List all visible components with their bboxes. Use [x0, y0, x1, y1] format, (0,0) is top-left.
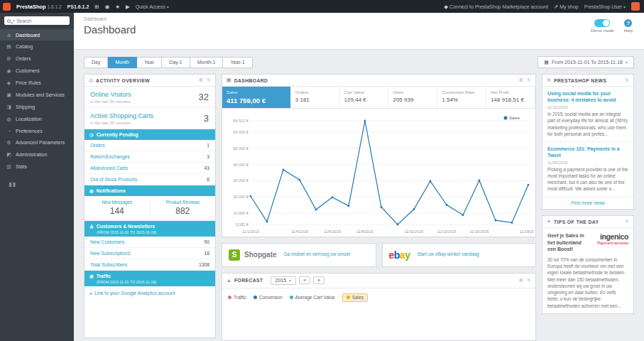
svg-text:11/11/2015: 11/11/2015 — [405, 229, 424, 234]
pending-label[interactable]: Orders — [90, 143, 105, 148]
marketplace-icon: ◆ — [444, 4, 448, 10]
kpi-tab-net-profit[interactable]: Net Profit148 918,51 € — [486, 87, 535, 108]
next-button[interactable]: » — [313, 276, 324, 284]
forecast-legend-sales[interactable]: Sales — [342, 293, 368, 302]
activity-live-label[interactable]: Online Visitors — [90, 91, 209, 98]
sidebar-item-administration[interactable]: ◩Administration — [0, 148, 74, 161]
quick-access-menu[interactable]: Quick Access ▾ — [136, 4, 169, 9]
sidebar-item-stats[interactable]: ▥Stats — [0, 161, 74, 173]
news-article-title[interactable]: Using social media for your business: 4 … — [547, 90, 628, 103]
kpi-tab-orders[interactable]: Orders3 181 — [291, 87, 340, 108]
kpi-tab-cart-value[interactable]: Cart Value129,44 € — [340, 87, 389, 108]
date-range-button[interactable]: ▦ From 2015-11-01 To 2015-11-18 ▾ — [537, 56, 634, 68]
news-article-date: 11/12/2015 — [547, 105, 628, 109]
kpi-value: 129,44 € — [344, 97, 384, 103]
kpi-tab-visits[interactable]: Visits205 939 — [388, 87, 437, 108]
rocket-icon[interactable]: ▶ — [126, 4, 130, 10]
globe-icon: ◍ — [6, 117, 12, 122]
previous-button[interactable]: « — [299, 276, 310, 284]
legend-dot — [228, 296, 231, 299]
star-icon[interactable]: ★ — [115, 4, 120, 10]
legend-dot — [253, 296, 257, 299]
find-more-news-link[interactable]: Find more news — [542, 197, 633, 209]
marketplace-connect-link[interactable]: ◆ Connect to PrestaShop Marketplace acco… — [444, 4, 548, 10]
sidebar-item-shipping[interactable]: ◨Shipping — [0, 101, 74, 113]
customers-label[interactable]: New Subscriptions — [90, 251, 130, 256]
person-icon[interactable]: ◉ — [105, 4, 110, 10]
range-button-month[interactable]: Month — [108, 57, 136, 68]
collapse-menu-button[interactable]: ▮▮ — [9, 181, 74, 188]
stats-icon: ▥ — [6, 164, 12, 170]
pending-value: 43 — [204, 166, 209, 170]
sidebar-item-dashboard[interactable]: ⌂Dashboard — [0, 29, 74, 40]
sidebar-item-label: Customers — [16, 68, 40, 73]
gear-icon[interactable]: ⚙ — [199, 77, 203, 83]
news-article-date: 11/05/2015 — [547, 161, 628, 165]
forecast-legend-traffic[interactable]: Traffic — [228, 295, 246, 300]
app-logo-text: PrestaShop — [16, 4, 46, 10]
kpi-tab-conversion-rate[interactable]: Conversion Rate1.54% — [437, 87, 486, 108]
activity-live-item: Online Visitors32in the last 30 minutes — [84, 87, 215, 108]
forecast-legend-conversion[interactable]: Conversion — [253, 295, 283, 300]
cart-icon[interactable]: ⊞ — [94, 4, 99, 10]
my-shop-link[interactable]: ⇗ My shop — [554, 4, 579, 10]
refresh-icon[interactable]: ↻ — [625, 77, 629, 83]
user-menu[interactable]: PrestaShop User ▾ — [584, 4, 626, 9]
gear-icon[interactable]: ⚙ — [519, 278, 523, 283]
sidebar-item-catalog[interactable]: ▤Catalog — [0, 40, 74, 53]
sidebar-search: ▾ — [4, 16, 70, 25]
kpi-value: 411 759,00 € — [227, 97, 286, 104]
range-button-year[interactable]: Year — [137, 57, 162, 68]
activity-live-label[interactable]: Active Shopping Carts — [90, 112, 209, 119]
user-name: PrestaShop User — [584, 4, 622, 9]
customers-label[interactable]: New Customers — [90, 239, 124, 244]
sidebar-item-modules-and-services[interactable]: ▣Modules and Services — [0, 89, 74, 101]
shopgate-name: Shopgate — [244, 251, 277, 259]
sidebar-item-price-rules[interactable]: ◈Price Rules — [0, 77, 74, 89]
customers-label[interactable]: Total Subscribers — [90, 262, 127, 267]
forecast-legend-average-cart-value[interactable]: Average Cart Value — [290, 295, 335, 300]
refresh-icon[interactable]: ↻ — [625, 219, 629, 224]
notification-cell-product-reviews[interactable]: Product Reviews882 — [151, 196, 216, 220]
sidebar-item-advanced-parameters[interactable]: ⚙Advanced Parameters — [0, 136, 74, 148]
pending-label[interactable]: Abandoned Carts — [90, 166, 128, 170]
help-icon[interactable]: ? — [624, 19, 632, 27]
shop-name-link[interactable]: PS1.6.1.2 — [67, 4, 89, 9]
pending-value: 3 — [207, 154, 209, 159]
pending-label[interactable]: Out of Stock Products — [90, 177, 137, 182]
avatar[interactable] — [631, 2, 640, 11]
refresh-icon[interactable]: ↻ — [207, 77, 211, 83]
svg-text:50 000 €: 50 000 € — [234, 146, 249, 150]
notification-cell-new-messages[interactable]: New Messages144 — [84, 196, 151, 220]
range-button-day-1[interactable]: Day-1 — [162, 57, 190, 68]
shopgate-cta-link[interactable]: Ga mobiel en verhoog uw omzet — [284, 251, 351, 257]
kpi-label: Sales — [227, 90, 286, 94]
app-logo: PrestaShop1.6.1.2 — [16, 4, 62, 10]
caret-down-icon[interactable]: ▾ — [13, 18, 15, 23]
kpi-tab-sales[interactable]: Sales411 759,00 € — [222, 87, 291, 108]
refresh-icon[interactable]: ↻ — [527, 77, 531, 83]
range-button-day[interactable]: Day — [84, 57, 108, 68]
kpi-value: 3 181 — [295, 97, 335, 103]
ebay-cta-link[interactable]: Start uw eBay-winkel vandaag — [417, 251, 479, 257]
pending-label[interactable]: Return/Exchanges — [90, 154, 130, 159]
sidebar-item-localization[interactable]: ◍Localization — [0, 113, 74, 125]
range-button-year-1[interactable]: Year-1 — [223, 57, 252, 68]
google-analytics-link[interactable]: ▸ Link to your Google Analytics account — [84, 286, 215, 300]
year-select[interactable]: 2015 ▾ — [271, 276, 297, 285]
notification-label: Product Reviews — [153, 200, 213, 205]
gear-icon[interactable]: ⚙ — [519, 77, 523, 83]
news-list: Using social media for your business: 4 … — [542, 87, 633, 197]
sidebar-item-label: Modules and Services — [16, 92, 65, 97]
customers-row: Total Subscribers1308 — [84, 259, 215, 271]
range-button-month-1[interactable]: Month-1 — [190, 57, 224, 68]
sidebar-item-customers[interactable]: ◉Customers — [0, 65, 74, 77]
prestashop-logo-icon — [3, 3, 11, 11]
sidebar-item-preferences[interactable]: ◔Preferences — [0, 125, 74, 136]
news-article-title[interactable]: Ecommerce 101: Payments in a Tweet — [547, 146, 628, 158]
refresh-icon[interactable]: ↻ — [527, 278, 531, 283]
demo-mode-toggle[interactable] — [594, 19, 610, 27]
date-range-label: From 2015-11-01 To 2015-11-18 — [552, 60, 623, 65]
search-input[interactable] — [17, 18, 67, 23]
sidebar-item-orders[interactable]: ⊞Orders — [0, 53, 74, 65]
